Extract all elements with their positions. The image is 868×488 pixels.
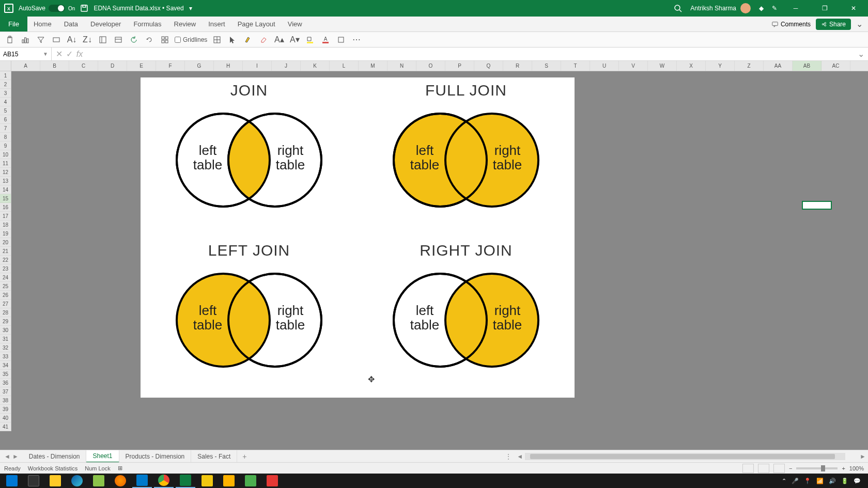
undo-icon[interactable]	[144, 34, 155, 45]
tray-volume-icon[interactable]: 🔊	[829, 478, 836, 484]
tray-wifi-icon[interactable]: 📶	[816, 478, 824, 484]
column-header[interactable]: Y	[706, 61, 735, 71]
column-header[interactable]: B	[40, 61, 69, 71]
expand-formula-bar-icon[interactable]: ⌄	[858, 49, 868, 59]
zoom-level[interactable]: 100%	[849, 465, 864, 471]
ribbon-tab-review[interactable]: Review	[168, 17, 203, 32]
tray-chevron-icon[interactable]: ⌃	[782, 478, 786, 484]
column-header[interactable]: T	[561, 61, 590, 71]
tray-mic-icon[interactable]: 🎤	[792, 478, 799, 484]
sheet-tab[interactable]: Sheet1	[86, 450, 119, 463]
cells-icon[interactable]	[159, 34, 171, 45]
ribbon-tab-data[interactable]: Data	[58, 17, 84, 32]
horizontal-scrollbar[interactable]	[525, 453, 845, 460]
pivot-icon[interactable]	[211, 34, 223, 45]
column-header[interactable]: H	[214, 61, 243, 71]
hscroll-left-icon[interactable]: ◄	[515, 453, 525, 460]
row-header[interactable]: 41	[0, 422, 11, 431]
column-header[interactable]: AB	[793, 61, 822, 71]
row-header[interactable]: 37	[0, 387, 11, 396]
column-header[interactable]: G	[185, 61, 214, 71]
row-header[interactable]: 40	[0, 414, 11, 422]
column-header[interactable]: P	[445, 61, 474, 71]
font-increase-icon[interactable]: A▴	[273, 34, 285, 45]
row-header[interactable]: 23	[0, 264, 11, 273]
page-break-view-button[interactable]	[773, 464, 785, 473]
merge-icon[interactable]	[51, 34, 62, 45]
fill-color-icon[interactable]	[304, 34, 316, 45]
row-header[interactable]: 13	[0, 177, 11, 185]
row-header[interactable]: 32	[0, 343, 11, 352]
row-header[interactable]: 2	[0, 80, 11, 89]
tray-location-icon[interactable]: 📍	[804, 478, 811, 484]
borders-icon[interactable]	[335, 34, 347, 45]
tab-split-icon[interactable]: ⋮	[502, 453, 515, 460]
column-header[interactable]: Z	[735, 61, 764, 71]
font-decrease-icon[interactable]: A▾	[289, 34, 300, 45]
normal-view-button[interactable]	[742, 464, 754, 473]
row-header[interactable]: 25	[0, 282, 11, 291]
status-workbook-stats[interactable]: Workbook Statistics	[28, 465, 78, 471]
row-header[interactable]: 9	[0, 141, 11, 150]
taskbar-explorer[interactable]	[45, 474, 65, 488]
ribbon-tab-home[interactable]: Home	[27, 17, 58, 32]
user-account[interactable]: Antriksh Sharma	[690, 3, 751, 13]
accessibility-icon[interactable]: ⊞	[118, 465, 122, 471]
select-all-corner[interactable]	[0, 61, 11, 71]
row-header[interactable]: 29	[0, 317, 11, 326]
taskbar-vscode[interactable]	[132, 474, 152, 488]
column-header[interactable]: R	[503, 61, 532, 71]
refresh-icon[interactable]	[128, 34, 140, 45]
maximize-button[interactable]: ❐	[814, 0, 835, 17]
tray-notifications-icon[interactable]: 💬	[854, 478, 861, 484]
row-header[interactable]: 5	[0, 106, 11, 115]
row-header[interactable]: 7	[0, 124, 11, 133]
row-header[interactable]: 27	[0, 300, 11, 308]
column-header[interactable]: L	[330, 61, 359, 71]
spreadsheet-grid[interactable]: 1234567891011121314151617181920212223242…	[0, 61, 868, 450]
ribbon-tab-file[interactable]: File	[0, 17, 27, 32]
ribbon-tab-page-layout[interactable]: Page Layout	[231, 17, 282, 32]
name-box-chevron-icon[interactable]: ▼	[43, 51, 48, 57]
column-header[interactable]: E	[127, 61, 156, 71]
table-icon[interactable]	[113, 34, 124, 45]
ribbon-tab-view[interactable]: View	[282, 17, 308, 32]
taskbar-search[interactable]	[24, 474, 43, 488]
accept-formula-icon[interactable]: ✓	[65, 49, 73, 59]
column-header[interactable]: F	[156, 61, 185, 71]
row-header[interactable]: 30	[0, 326, 11, 335]
save-icon[interactable]	[80, 4, 88, 12]
ribbon-tab-insert[interactable]: Insert	[202, 17, 231, 32]
freeze-icon[interactable]	[97, 34, 109, 45]
ribbon-tab-developer[interactable]: Developer	[84, 17, 127, 32]
row-header[interactable]: 39	[0, 405, 11, 414]
sheet-nav-prev-icon[interactable]: ◄	[4, 453, 10, 460]
highlight-icon[interactable]	[242, 34, 254, 45]
taskbar-app2[interactable]	[241, 474, 260, 488]
minimize-button[interactable]: ─	[785, 0, 806, 17]
column-header[interactable]: N	[388, 61, 416, 71]
ribbon-options-icon[interactable]: ⌄	[856, 19, 863, 29]
add-sheet-button[interactable]: +	[237, 452, 252, 461]
diamond-icon[interactable]: ◆	[759, 5, 764, 12]
start-button[interactable]	[2, 474, 22, 488]
zoom-slider[interactable]	[796, 467, 838, 469]
pointer-icon[interactable]	[227, 34, 238, 45]
hscroll-right-icon[interactable]: ►	[858, 453, 868, 460]
column-header[interactable]: I	[243, 61, 272, 71]
column-header[interactable]: K	[301, 61, 330, 71]
taskbar-chrome[interactable]	[154, 474, 174, 488]
cancel-formula-icon[interactable]: ✕	[55, 49, 63, 59]
column-header[interactable]: O	[416, 61, 445, 71]
page-layout-view-button[interactable]	[758, 464, 769, 473]
taskbar-app1[interactable]	[219, 474, 239, 488]
sheet-tab[interactable]: Dates - Dimension	[23, 450, 87, 463]
row-header[interactable]: 26	[0, 291, 11, 300]
zoom-in-button[interactable]: +	[842, 465, 845, 471]
font-color-icon[interactable]: A	[320, 34, 331, 45]
sort-desc-icon[interactable]: Z↓	[82, 34, 93, 45]
column-header[interactable]: A	[11, 61, 40, 71]
row-header[interactable]: 6	[0, 115, 11, 124]
column-header[interactable]: D	[98, 61, 127, 71]
cell-reference-input[interactable]	[3, 51, 34, 58]
